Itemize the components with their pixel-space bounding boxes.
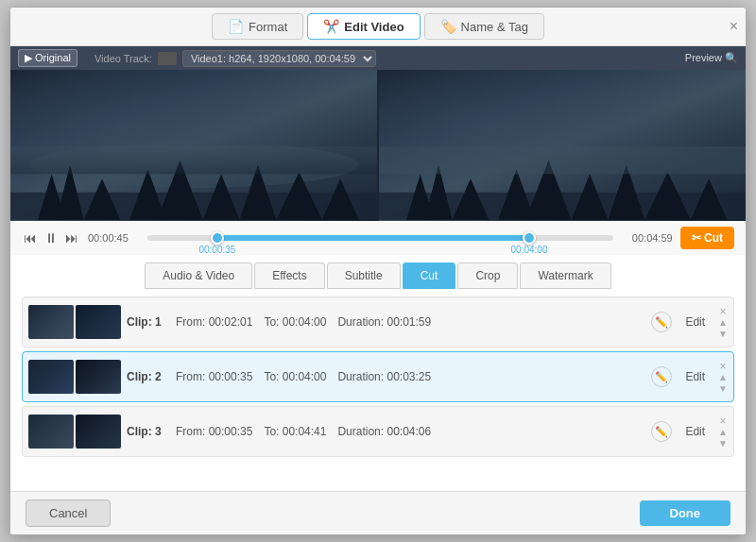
- clip1-duration: Duration: 00:01:59: [337, 315, 431, 329]
- clip2-actions: × ▲ ▼: [718, 361, 728, 394]
- video-top-bar: ▶ Original Video Track: Video1: h264, 19…: [10, 46, 746, 70]
- clip3-from: From: 00:00:35: [176, 425, 252, 438]
- clip-row-1: Clip: 1 From: 00:02:01 To: 00:04:00 Dura…: [22, 296, 734, 347]
- clip1-from: From: 00:02:01: [176, 315, 252, 329]
- time-total: 00:04:59: [621, 232, 673, 244]
- title-tabs: 📄 Format ✂️ Edit Video 🏷️ Name & Tag: [212, 13, 544, 40]
- clip2-edit-button[interactable]: Edit: [678, 366, 713, 387]
- clip2-up-button[interactable]: ▲: [718, 373, 728, 382]
- clip1-to: To: 00:04:00: [264, 315, 326, 329]
- footer: Cancel Done: [10, 491, 746, 534]
- clip1-close-button[interactable]: ×: [720, 306, 727, 317]
- handle-end-time: 00:04:00: [511, 245, 548, 255]
- video-frame-right: [379, 70, 746, 221]
- rewind-button[interactable]: ⏮: [22, 229, 39, 246]
- clip3-up-button[interactable]: ▲: [718, 428, 728, 437]
- clip1-thumbs: [28, 305, 121, 339]
- edit-tab-label: Edit Video: [344, 20, 404, 34]
- clip3-thumb1: [28, 415, 74, 449]
- preview-label: Preview 🔍: [685, 52, 738, 64]
- track-handle-end[interactable]: 00:04:00: [523, 231, 536, 245]
- play-pause-button[interactable]: ⏸: [43, 229, 60, 246]
- svg-rect-11: [10, 146, 377, 174]
- video-track-select[interactable]: Video1: h264, 1920x1080, 00:04:59: [182, 50, 376, 67]
- clip3-thumb2: [76, 415, 121, 449]
- clip2-close-button[interactable]: ×: [720, 361, 727, 372]
- clip1-info: Clip: 1 From: 00:02:01 To: 00:04:00 Dura…: [127, 315, 645, 329]
- original-badge: ▶ Original: [18, 49, 77, 67]
- clip3-down-button[interactable]: ▼: [718, 439, 728, 449]
- clip1-thumb2: [76, 305, 121, 339]
- timeline-row: ⏮ ⏸ ⏭ 00:00:45 00:00:35 00:04:00 00:04:5…: [22, 227, 734, 249]
- timeline-slider[interactable]: 00:00:35 00:04:00: [147, 229, 613, 247]
- cancel-button[interactable]: Cancel: [26, 500, 111, 527]
- format-tab-label: Format: [249, 20, 287, 34]
- format-icon: 📄: [228, 19, 244, 34]
- window-close-button[interactable]: ×: [730, 19, 738, 34]
- timeline-area: ⏮ ⏸ ⏭ 00:00:45 00:00:35 00:04:00 00:04:5…: [10, 221, 746, 255]
- playback-controls: ⏮ ⏸ ⏭: [22, 229, 80, 246]
- clip3-edit-icon: ✏️: [651, 421, 672, 442]
- clip1-edit-icon: ✏️: [651, 312, 672, 332]
- video-frames: [10, 70, 746, 221]
- clip2-info: Clip: 2 From: 00:00:35 To: 00:04:00 Dura…: [127, 370, 645, 383]
- tab-strip: Audio & Video Effects Subtitle Cut Crop …: [10, 255, 746, 289]
- clip2-down-button[interactable]: ▼: [718, 384, 728, 394]
- clip1-up-button[interactable]: ▲: [718, 318, 728, 328]
- main-window: 📄 Format ✂️ Edit Video 🏷️ Name & Tag × ▶…: [9, 7, 747, 535]
- clip2-edit-icon: ✏️: [651, 366, 672, 387]
- clip3-name: Clip: 3: [127, 425, 164, 438]
- tab-subtitle[interactable]: Subtitle: [327, 263, 401, 289]
- tab-format[interactable]: 📄 Format: [212, 13, 303, 40]
- clip3-close-button[interactable]: ×: [720, 415, 727, 427]
- clip3-edit-button[interactable]: Edit: [678, 421, 713, 442]
- clip1-down-button[interactable]: ▼: [718, 330, 728, 339]
- time-current: 00:00:45: [88, 232, 140, 244]
- tab-crop[interactable]: Crop: [457, 263, 518, 289]
- clip2-thumbs: [28, 360, 121, 394]
- clip2-from: From: 00:00:35: [176, 370, 252, 383]
- clip2-to: To: 00:04:00: [264, 370, 326, 383]
- tab-edit-video[interactable]: ✂️ Edit Video: [307, 13, 420, 40]
- preview-button[interactable]: Preview 🔍: [685, 52, 738, 64]
- clip1-name: Clip: 1: [127, 315, 164, 329]
- tab-effects[interactable]: Effects: [254, 263, 324, 289]
- cut-button[interactable]: ✂ Cut: [680, 227, 734, 249]
- tab-watermark[interactable]: Watermark: [520, 263, 610, 289]
- title-bar: 📄 Format ✂️ Edit Video 🏷️ Name & Tag ×: [10, 8, 746, 46]
- clip3-to: To: 00:04:41: [264, 425, 326, 438]
- edit-icon: ✂️: [323, 19, 339, 34]
- clip1-edit-button[interactable]: Edit: [678, 312, 713, 332]
- video-area: ▶ Original Video Track: Video1: h264, 19…: [10, 46, 746, 255]
- clip1-thumb1: [28, 305, 74, 339]
- nametag-tab-label: Name & Tag: [461, 20, 528, 34]
- clip3-actions: × ▲ ▼: [718, 415, 728, 449]
- track-active-range: [217, 235, 529, 241]
- video-top-left: ▶ Original Video Track: Video1: h264, 19…: [18, 49, 376, 67]
- tab-audio-video[interactable]: Audio & Video: [145, 263, 252, 289]
- clips-area: Clip: 1 From: 00:02:01 To: 00:04:00 Dura…: [10, 289, 746, 491]
- clip2-arrows: ▲ ▼: [718, 373, 728, 394]
- fast-forward-button[interactable]: ⏭: [63, 229, 80, 246]
- video-track-label: Video Track:: [94, 53, 152, 64]
- clip3-duration: Duration: 00:04:06: [337, 425, 431, 438]
- tag-icon: 🏷️: [440, 19, 456, 34]
- clip3-info: Clip: 3 From: 00:00:35 To: 00:04:41 Dura…: [127, 425, 645, 438]
- clip2-duration: Duration: 00:03:25: [337, 370, 431, 383]
- done-button[interactable]: Done: [640, 500, 731, 526]
- track-handle-start[interactable]: 00:00:35: [211, 231, 224, 245]
- svg-rect-22: [379, 146, 746, 174]
- tab-name-tag[interactable]: 🏷️ Name & Tag: [424, 13, 544, 40]
- clip1-arrows: ▲ ▼: [718, 318, 728, 339]
- clip-row-3: Clip: 3 From: 00:00:35 To: 00:04:41 Dura…: [22, 406, 734, 457]
- clip1-actions: × ▲ ▼: [718, 306, 728, 339]
- track-thumbnail: [158, 52, 177, 65]
- video-frame-left: [10, 70, 377, 221]
- clip2-thumb1: [28, 360, 74, 394]
- clip3-arrows: ▲ ▼: [718, 428, 728, 449]
- tab-cut[interactable]: Cut: [403, 263, 456, 289]
- handle-start-time: 00:00:35: [198, 245, 235, 255]
- original-label: ▶ Original: [25, 52, 71, 64]
- clip3-thumbs: [28, 415, 121, 449]
- clip-row-2: Clip: 2 From: 00:00:35 To: 00:04:00 Dura…: [22, 351, 734, 402]
